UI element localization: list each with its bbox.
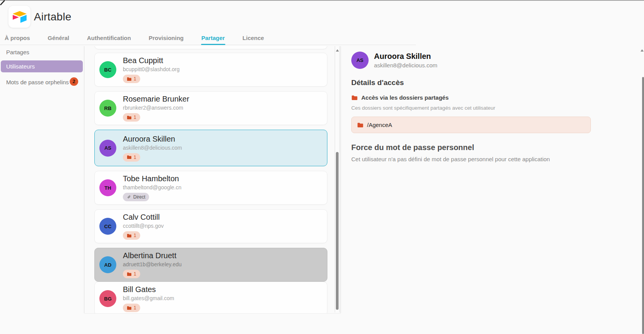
airtable-logo-icon [12,10,27,23]
folder-count: 1 [134,271,136,277]
shared-folders-subtitle: Ces dossiers sont spécifiquement partagé… [351,105,495,111]
user-list: BC Bea Cuppitt bcuppitt0@slashdot.org 1 … [84,46,340,313]
folder-count-badge: 1 [123,304,140,312]
avatar: AS [99,140,116,157]
folder-icon [127,77,132,81]
list-detail-divider [340,46,341,313]
folder-count-badge: 1 [123,75,140,83]
folder-count-badge: 1 [123,113,140,122]
user-card-hovered[interactable]: AD Albertina Druett adruett1b@berkeley.e… [94,248,327,282]
direct-share-badge: Direct [123,193,149,201]
page-title: Airtable [34,11,71,23]
folder-icon [127,306,132,310]
page-scrollbar-thumb[interactable] [642,77,644,334]
window-corner-mark [0,0,6,6]
direct-label: Direct [133,194,145,200]
folder-icon [357,122,364,128]
window-top-edge [0,0,644,1]
list-bottom-divider [84,313,340,314]
sidebar-item-partages[interactable]: Partages [6,49,29,55]
folder-icon [127,155,132,159]
shared-folders-header: Accès via les dossiers partagés [351,94,449,101]
folder-count-badge: 1 [123,231,140,240]
folder-count-badge: 1 [123,270,140,278]
user-name: Albertina Druett [123,251,182,260]
user-email: rbrunker2@answers.com [123,105,189,111]
list-scrollbar-thumb[interactable] [336,152,339,310]
user-name: Bill Gates [123,285,174,294]
user-email: thambeltond@google.cn [123,184,181,190]
password-strength-text: Cet utilisateur n'a pas défini de mot de… [351,156,550,162]
sidebar-item-mots-de-passe-orphelins[interactable]: Mots de passe orphelins [6,79,69,85]
user-card-selected[interactable]: AS Auroora Skillen askillen8@delicious.c… [94,130,327,166]
folder-count-badge: 1 [123,153,140,162]
tab-provisioning[interactable]: Provisioning [149,35,184,45]
user-card[interactable]: RB Rosemarie Brunker rbrunker2@answers.c… [94,91,327,125]
app-logo-box [8,6,30,28]
folder-icon [127,115,132,120]
folder-count: 1 [134,305,136,311]
orphan-count-badge: 2 [70,77,78,86]
user-email: bill.gates@gmail.com [123,295,174,301]
page-scroll-up-icon[interactable] [641,49,644,52]
user-name: Rosemarie Brunker [123,95,189,104]
folder-count: 1 [134,155,136,160]
user-email: ccottillt@nps.gov [123,223,164,229]
avatar: BG [99,290,116,307]
tab-licence[interactable]: Licence [243,35,264,45]
folder-count: 1 [134,115,136,120]
avatar: TH [99,179,116,196]
sidebar-item-utilisateurs[interactable]: Utilisateurs [1,60,83,72]
tab-general[interactable]: Général [48,35,69,45]
shared-folder-path: /AgenceA [367,122,392,128]
detail-avatar: AS [351,52,369,69]
shared-folder-item[interactable]: /AgenceA [351,117,591,133]
user-card-partial[interactable] [94,46,327,49]
user-card[interactable]: BG Bill Gates bill.gates@gmail.com 1 [94,282,327,313]
user-card[interactable]: TH Tobe Hambelton thambeltond@google.cn … [94,171,327,205]
user-card[interactable]: BC Bea Cuppitt bcuppitt0@slashdot.org 1 [94,53,327,87]
user-email: bcuppitt0@slashdot.org [123,66,179,72]
tab-bar: À propos Général Authentification Provis… [5,35,264,45]
tab-authentification[interactable]: Authentification [87,35,131,45]
folder-count: 1 [134,233,136,238]
folder-icon [127,234,132,238]
tab-partager[interactable]: Partager [201,35,225,45]
paperclip-icon [127,195,131,199]
avatar: AD [99,256,116,273]
avatar: CC [99,218,116,235]
password-strength-title: Force du mot de passe personnel [351,143,474,152]
list-scrollbar[interactable] [335,46,340,312]
access-details-title: Détails d'accès [351,78,404,87]
scroll-up-icon[interactable] [336,49,339,52]
avatar: RB [99,100,116,117]
user-card[interactable]: CC Calv Cottill ccottillt@nps.gov 1 [94,209,327,243]
folder-count: 1 [134,76,136,82]
avatar: BC [99,61,116,78]
tab-a-propos[interactable]: À propos [5,35,30,45]
user-name: Auroora Skillen [123,135,182,144]
folder-icon [127,272,132,276]
detail-user-email: askillen8@delicious.com [374,62,437,68]
user-name: Tobe Hambelton [123,174,181,183]
user-email: askillen8@delicious.com [123,145,182,151]
detail-user-name: Auroora Skillen [374,52,431,61]
user-name: Bea Cuppitt [123,56,179,65]
user-name: Calv Cottill [123,213,164,222]
user-email: adruett1b@berkeley.edu [123,261,182,267]
shared-folders-title: Accès via les dossiers partagés [361,94,449,101]
folder-icon [351,95,358,100]
